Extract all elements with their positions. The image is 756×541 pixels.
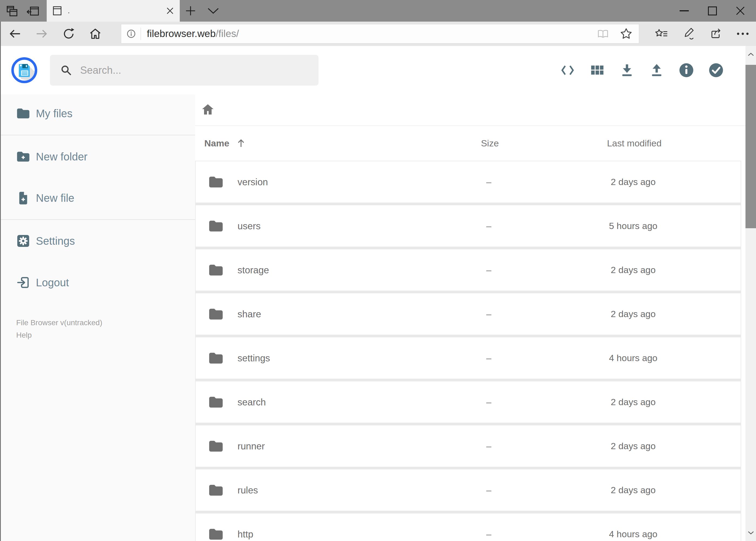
- settings-gear-icon: [16, 235, 30, 248]
- set-tabs-aside-button[interactable]: [26, 5, 40, 18]
- window-border: [0, 22, 1, 541]
- sidebar-item-my-files[interactable]: My files: [0, 99, 195, 128]
- file-modified: 2 days ago: [579, 441, 687, 451]
- search-input[interactable]: [80, 64, 319, 76]
- file-row[interactable]: search – 2 days ago: [196, 381, 741, 423]
- file-row[interactable]: users – 5 hours ago: [196, 205, 741, 247]
- file-row[interactable]: storage – 2 days ago: [196, 249, 741, 290]
- file-row[interactable]: settings – 4 hours ago: [196, 337, 741, 379]
- header-toolbar: [553, 46, 731, 95]
- folder-icon: [208, 528, 223, 540]
- sidebar-footer: File Browser v(untracked) Help: [16, 316, 102, 341]
- file-size: –: [462, 397, 516, 407]
- refresh-button[interactable]: [55, 22, 82, 46]
- forward-button[interactable]: [28, 22, 55, 46]
- close-window-button[interactable]: [726, 0, 754, 22]
- sort-ascending-icon: [236, 139, 246, 148]
- grid-view-button[interactable]: [583, 54, 612, 86]
- download-icon: [620, 63, 634, 77]
- folder-icon: [208, 308, 223, 320]
- tab-close-icon[interactable]: [166, 7, 174, 15]
- grid-view-icon: [590, 63, 604, 77]
- file-size: –: [462, 529, 516, 539]
- site-info-icon[interactable]: [126, 29, 136, 39]
- file-row[interactable]: runner – 2 days ago: [196, 425, 741, 467]
- web-note-button[interactable]: [675, 22, 702, 46]
- floppy-disk-logo-icon: [11, 57, 37, 83]
- app-header: [0, 46, 745, 95]
- file-size: –: [462, 265, 516, 275]
- raw-editor-button[interactable]: [553, 54, 583, 86]
- upload-button[interactable]: [642, 54, 671, 86]
- sidebar: My files New folder: [0, 95, 195, 541]
- forward-arrow-icon: [36, 28, 48, 40]
- file-list: version – 2 days ago users – 5 hours ago…: [195, 161, 741, 541]
- window-controls: [670, 0, 754, 22]
- upload-icon: [650, 63, 664, 77]
- file-size: –: [462, 353, 516, 363]
- file-name: share: [237, 309, 261, 319]
- scroll-down-button[interactable]: [745, 524, 756, 541]
- refresh-icon: [63, 28, 75, 40]
- code-icon: [560, 64, 575, 76]
- scroll-up-button[interactable]: [745, 46, 756, 63]
- file-row[interactable]: rules – 2 days ago: [196, 469, 741, 511]
- file-name: runner: [237, 441, 265, 452]
- file-size: –: [462, 177, 516, 187]
- breadcrumb-home-button[interactable]: [201, 103, 215, 116]
- browser-scrollbar[interactable]: [745, 46, 756, 541]
- sidebar-item-logout[interactable]: Logout: [0, 268, 195, 297]
- sidebar-item-new-folder[interactable]: New folder: [0, 142, 195, 172]
- tab-preview-toggle[interactable]: [203, 0, 223, 22]
- search-box[interactable]: [50, 55, 319, 86]
- url-text: filebrowser.web/files/: [147, 28, 239, 39]
- file-name: users: [237, 221, 261, 232]
- minimize-button[interactable]: [670, 0, 698, 22]
- home-icon: [89, 28, 102, 40]
- file-modified: 4 hours ago: [579, 529, 687, 539]
- column-header-name[interactable]: Name: [204, 126, 246, 161]
- file-row[interactable]: version – 2 days ago: [196, 161, 741, 203]
- sidebar-item-label: Logout: [36, 276, 69, 289]
- tabs-preview-button[interactable]: [5, 5, 19, 18]
- sidebar-divider: [0, 135, 195, 135]
- plus-icon: [185, 5, 196, 16]
- file-row[interactable]: http – 4 hours ago: [196, 513, 741, 541]
- filebrowser-logo[interactable]: [11, 57, 37, 83]
- back-arrow-icon: [9, 28, 21, 40]
- address-bar[interactable]: filebrowser.web/files/: [121, 24, 639, 44]
- favorites-hub-button[interactable]: [648, 22, 675, 46]
- star-icon: [620, 28, 632, 40]
- reading-view-icon: [597, 29, 609, 39]
- share-button[interactable]: [702, 22, 729, 46]
- file-modified: 2 days ago: [579, 485, 687, 495]
- sidebar-item-new-file[interactable]: New file: [0, 183, 195, 213]
- download-button[interactable]: [612, 54, 642, 86]
- more-options-button[interactable]: [729, 22, 756, 46]
- home-button[interactable]: [82, 22, 109, 46]
- column-header-size[interactable]: Size: [463, 126, 517, 161]
- check-circle-icon: [708, 63, 724, 78]
- file-name: settings: [237, 353, 270, 363]
- help-link[interactable]: Help: [16, 329, 102, 341]
- add-favorite-button[interactable]: [620, 28, 632, 40]
- maximize-button[interactable]: [698, 0, 726, 22]
- file-row[interactable]: share – 2 days ago: [196, 293, 741, 335]
- back-button[interactable]: [1, 22, 28, 46]
- page-icon: [53, 6, 62, 16]
- info-button[interactable]: [671, 54, 701, 86]
- chevron-down-icon: [747, 531, 754, 535]
- list-column-headers: Name Size Last modified: [195, 126, 745, 161]
- sidebar-item-settings[interactable]: Settings: [0, 226, 195, 256]
- sidebar-item-label: New folder: [36, 151, 88, 163]
- folder-icon: [208, 484, 223, 496]
- select-multiple-button[interactable]: [701, 54, 731, 86]
- column-header-modified[interactable]: Last modified: [580, 126, 688, 161]
- reading-view-button[interactable]: [597, 29, 609, 39]
- file-size: –: [462, 485, 516, 495]
- browser-tab[interactable]: .: [47, 0, 180, 22]
- scrollbar-thumb[interactable]: [745, 65, 756, 228]
- tabs-preview-icon: [6, 5, 19, 18]
- create-new-folder-icon: [16, 151, 30, 162]
- new-tab-button[interactable]: [180, 0, 201, 22]
